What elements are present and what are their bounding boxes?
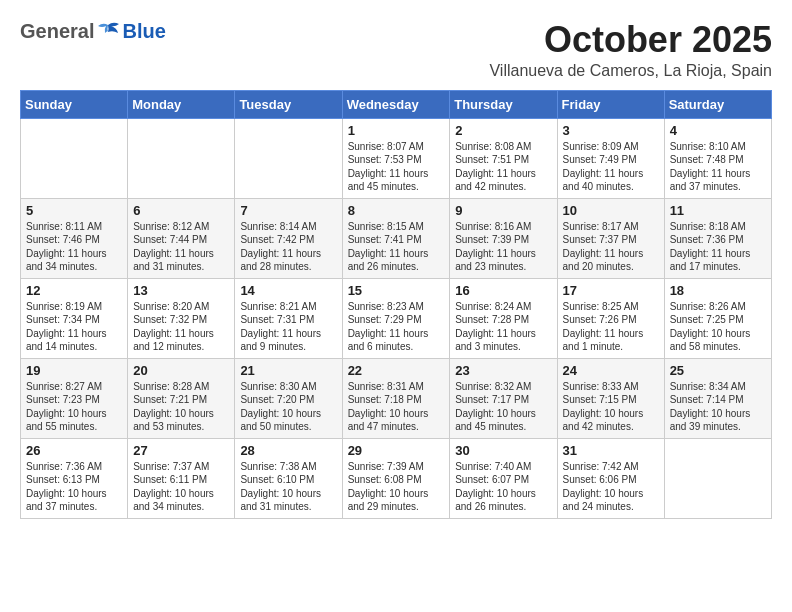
day-number: 5 — [26, 203, 122, 218]
day-info: Sunrise: 8:08 AM Sunset: 7:51 PM Dayligh… — [455, 140, 551, 194]
calendar-cell: 5Sunrise: 8:11 AM Sunset: 7:46 PM Daylig… — [21, 198, 128, 278]
day-number: 6 — [133, 203, 229, 218]
day-info: Sunrise: 7:37 AM Sunset: 6:11 PM Dayligh… — [133, 460, 229, 514]
weekday-header-wednesday: Wednesday — [342, 90, 450, 118]
calendar-body: 1Sunrise: 8:07 AM Sunset: 7:53 PM Daylig… — [21, 118, 772, 518]
calendar-cell — [128, 118, 235, 198]
month-title: October 2025 — [489, 20, 772, 60]
day-info: Sunrise: 8:31 AM Sunset: 7:18 PM Dayligh… — [348, 380, 445, 434]
logo-blue-text: Blue — [122, 20, 165, 43]
calendar-cell: 31Sunrise: 7:42 AM Sunset: 6:06 PM Dayli… — [557, 438, 664, 518]
calendar-week-row: 1Sunrise: 8:07 AM Sunset: 7:53 PM Daylig… — [21, 118, 772, 198]
day-info: Sunrise: 8:21 AM Sunset: 7:31 PM Dayligh… — [240, 300, 336, 354]
day-number: 2 — [455, 123, 551, 138]
day-number: 19 — [26, 363, 122, 378]
calendar-cell: 22Sunrise: 8:31 AM Sunset: 7:18 PM Dayli… — [342, 358, 450, 438]
day-number: 24 — [563, 363, 659, 378]
day-number: 31 — [563, 443, 659, 458]
day-info: Sunrise: 8:18 AM Sunset: 7:36 PM Dayligh… — [670, 220, 766, 274]
day-info: Sunrise: 8:27 AM Sunset: 7:23 PM Dayligh… — [26, 380, 122, 434]
calendar-cell: 16Sunrise: 8:24 AM Sunset: 7:28 PM Dayli… — [450, 278, 557, 358]
calendar-week-row: 5Sunrise: 8:11 AM Sunset: 7:46 PM Daylig… — [21, 198, 772, 278]
weekday-header-sunday: Sunday — [21, 90, 128, 118]
day-number: 4 — [670, 123, 766, 138]
day-number: 3 — [563, 123, 659, 138]
day-info: Sunrise: 7:39 AM Sunset: 6:08 PM Dayligh… — [348, 460, 445, 514]
day-info: Sunrise: 8:23 AM Sunset: 7:29 PM Dayligh… — [348, 300, 445, 354]
weekday-header-saturday: Saturday — [664, 90, 771, 118]
weekday-header-tuesday: Tuesday — [235, 90, 342, 118]
day-number: 26 — [26, 443, 122, 458]
calendar-cell: 15Sunrise: 8:23 AM Sunset: 7:29 PM Dayli… — [342, 278, 450, 358]
day-info: Sunrise: 8:34 AM Sunset: 7:14 PM Dayligh… — [670, 380, 766, 434]
day-number: 21 — [240, 363, 336, 378]
logo-bird-icon — [95, 21, 121, 43]
day-info: Sunrise: 8:15 AM Sunset: 7:41 PM Dayligh… — [348, 220, 445, 274]
day-number: 22 — [348, 363, 445, 378]
logo-general-text: General — [20, 20, 94, 43]
calendar-cell: 30Sunrise: 7:40 AM Sunset: 6:07 PM Dayli… — [450, 438, 557, 518]
day-number: 13 — [133, 283, 229, 298]
day-info: Sunrise: 8:20 AM Sunset: 7:32 PM Dayligh… — [133, 300, 229, 354]
weekday-header-thursday: Thursday — [450, 90, 557, 118]
calendar-week-row: 12Sunrise: 8:19 AM Sunset: 7:34 PM Dayli… — [21, 278, 772, 358]
day-info: Sunrise: 8:09 AM Sunset: 7:49 PM Dayligh… — [563, 140, 659, 194]
day-info: Sunrise: 8:28 AM Sunset: 7:21 PM Dayligh… — [133, 380, 229, 434]
day-number: 15 — [348, 283, 445, 298]
day-info: Sunrise: 8:32 AM Sunset: 7:17 PM Dayligh… — [455, 380, 551, 434]
day-number: 7 — [240, 203, 336, 218]
day-number: 29 — [348, 443, 445, 458]
calendar-cell: 21Sunrise: 8:30 AM Sunset: 7:20 PM Dayli… — [235, 358, 342, 438]
calendar-cell — [235, 118, 342, 198]
calendar-cell: 19Sunrise: 8:27 AM Sunset: 7:23 PM Dayli… — [21, 358, 128, 438]
calendar-cell: 17Sunrise: 8:25 AM Sunset: 7:26 PM Dayli… — [557, 278, 664, 358]
day-number: 28 — [240, 443, 336, 458]
day-info: Sunrise: 7:36 AM Sunset: 6:13 PM Dayligh… — [26, 460, 122, 514]
day-info: Sunrise: 8:33 AM Sunset: 7:15 PM Dayligh… — [563, 380, 659, 434]
calendar-cell: 13Sunrise: 8:20 AM Sunset: 7:32 PM Dayli… — [128, 278, 235, 358]
day-number: 20 — [133, 363, 229, 378]
calendar-cell: 26Sunrise: 7:36 AM Sunset: 6:13 PM Dayli… — [21, 438, 128, 518]
day-number: 12 — [26, 283, 122, 298]
calendar-cell: 7Sunrise: 8:14 AM Sunset: 7:42 PM Daylig… — [235, 198, 342, 278]
day-info: Sunrise: 8:14 AM Sunset: 7:42 PM Dayligh… — [240, 220, 336, 274]
calendar-cell: 2Sunrise: 8:08 AM Sunset: 7:51 PM Daylig… — [450, 118, 557, 198]
day-number: 10 — [563, 203, 659, 218]
calendar-cell: 14Sunrise: 8:21 AM Sunset: 7:31 PM Dayli… — [235, 278, 342, 358]
day-number: 11 — [670, 203, 766, 218]
calendar-cell: 24Sunrise: 8:33 AM Sunset: 7:15 PM Dayli… — [557, 358, 664, 438]
location-title: Villanueva de Cameros, La Rioja, Spain — [489, 62, 772, 80]
calendar-cell: 20Sunrise: 8:28 AM Sunset: 7:21 PM Dayli… — [128, 358, 235, 438]
calendar-header-row: SundayMondayTuesdayWednesdayThursdayFrid… — [21, 90, 772, 118]
calendar-cell — [21, 118, 128, 198]
day-info: Sunrise: 8:11 AM Sunset: 7:46 PM Dayligh… — [26, 220, 122, 274]
day-info: Sunrise: 7:38 AM Sunset: 6:10 PM Dayligh… — [240, 460, 336, 514]
page-header: General Blue October 2025 Villanueva de … — [20, 20, 772, 80]
calendar-cell: 12Sunrise: 8:19 AM Sunset: 7:34 PM Dayli… — [21, 278, 128, 358]
day-info: Sunrise: 8:26 AM Sunset: 7:25 PM Dayligh… — [670, 300, 766, 354]
calendar-cell: 3Sunrise: 8:09 AM Sunset: 7:49 PM Daylig… — [557, 118, 664, 198]
weekday-header-monday: Monday — [128, 90, 235, 118]
title-block: October 2025 Villanueva de Cameros, La R… — [489, 20, 772, 80]
calendar-cell: 11Sunrise: 8:18 AM Sunset: 7:36 PM Dayli… — [664, 198, 771, 278]
day-info: Sunrise: 8:16 AM Sunset: 7:39 PM Dayligh… — [455, 220, 551, 274]
day-number: 9 — [455, 203, 551, 218]
day-info: Sunrise: 8:17 AM Sunset: 7:37 PM Dayligh… — [563, 220, 659, 274]
day-number: 30 — [455, 443, 551, 458]
day-number: 17 — [563, 283, 659, 298]
calendar-week-row: 26Sunrise: 7:36 AM Sunset: 6:13 PM Dayli… — [21, 438, 772, 518]
calendar-cell: 10Sunrise: 8:17 AM Sunset: 7:37 PM Dayli… — [557, 198, 664, 278]
calendar-cell: 28Sunrise: 7:38 AM Sunset: 6:10 PM Dayli… — [235, 438, 342, 518]
day-info: Sunrise: 8:25 AM Sunset: 7:26 PM Dayligh… — [563, 300, 659, 354]
calendar-cell: 1Sunrise: 8:07 AM Sunset: 7:53 PM Daylig… — [342, 118, 450, 198]
day-info: Sunrise: 7:42 AM Sunset: 6:06 PM Dayligh… — [563, 460, 659, 514]
calendar-cell: 6Sunrise: 8:12 AM Sunset: 7:44 PM Daylig… — [128, 198, 235, 278]
day-number: 25 — [670, 363, 766, 378]
calendar-cell: 18Sunrise: 8:26 AM Sunset: 7:25 PM Dayli… — [664, 278, 771, 358]
calendar-cell: 27Sunrise: 7:37 AM Sunset: 6:11 PM Dayli… — [128, 438, 235, 518]
calendar-cell: 4Sunrise: 8:10 AM Sunset: 7:48 PM Daylig… — [664, 118, 771, 198]
calendar-cell: 8Sunrise: 8:15 AM Sunset: 7:41 PM Daylig… — [342, 198, 450, 278]
day-info: Sunrise: 8:19 AM Sunset: 7:34 PM Dayligh… — [26, 300, 122, 354]
calendar-table: SundayMondayTuesdayWednesdayThursdayFrid… — [20, 90, 772, 519]
day-number: 16 — [455, 283, 551, 298]
